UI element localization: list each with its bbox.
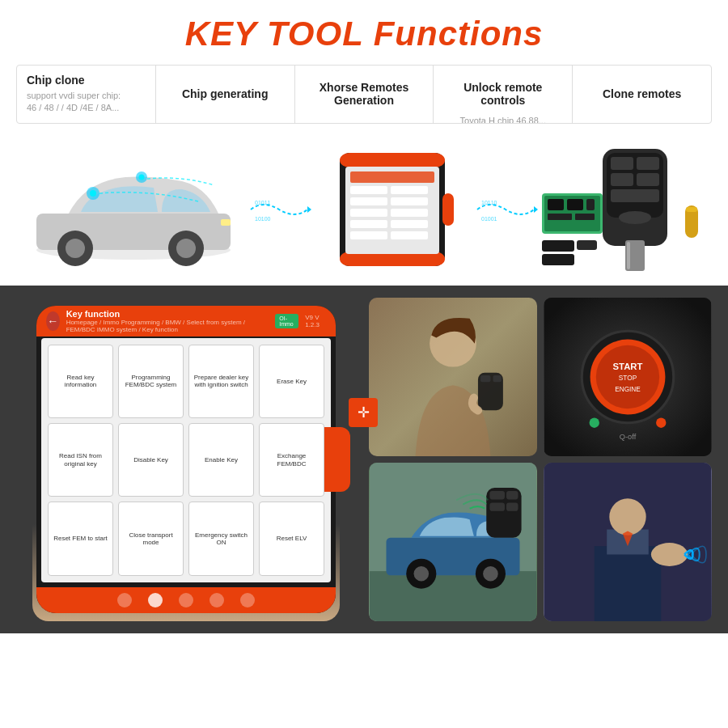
screen-btn-6[interactable]: Enable Key (188, 423, 254, 497)
svg-rect-20 (391, 186, 428, 194)
device-version: V9 V 1.2.3 (305, 314, 326, 328)
svg-point-76 (483, 566, 498, 582)
svg-text:01001: 01001 (481, 216, 497, 222)
device-body: ← Key function Homepage / Immo Programmi… (36, 306, 336, 613)
svg-rect-18 (350, 171, 434, 183)
svg-rect-80 (489, 502, 505, 510)
svg-rect-22 (391, 197, 428, 205)
svg-point-67 (590, 417, 599, 427)
svg-rect-52 (577, 240, 597, 250)
diagram-section: 01011 10100 (0, 132, 728, 286)
device-screen-sub: Homepage / Immo Programming / BMW / Sele… (66, 319, 269, 333)
svg-rect-21 (350, 197, 387, 205)
screen-btn-11[interactable]: Reset ELV (259, 502, 324, 575)
screen-btn-3[interactable]: Erase Key (259, 345, 324, 418)
device-bottom-bar (36, 587, 336, 613)
feature-chip-clone: Chip clone support vvdi super chip:46 / … (17, 66, 156, 123)
svg-rect-47 (586, 199, 595, 210)
feature-xhorse-title: Xhorse Remotes Generation (305, 74, 424, 115)
photo-car-remote (369, 463, 537, 621)
feature-xhorse: Xhorse Remotes Generation (295, 66, 434, 123)
nav-back[interactable] (117, 593, 132, 607)
page-title: KEY TOOL Functions (16, 15, 712, 53)
svg-point-10 (139, 174, 145, 180)
svg-rect-54 (686, 207, 697, 212)
svg-rect-26 (391, 220, 428, 228)
device-screen: Read key information Programming FEM/BDC… (41, 338, 331, 582)
svg-rect-49 (575, 214, 595, 220)
photo-person-key (369, 298, 537, 456)
svg-rect-81 (506, 502, 518, 510)
diagram-device (328, 149, 457, 270)
nav-extra[interactable] (240, 593, 255, 607)
screen-btn-4[interactable]: Read ISN from original key (48, 423, 113, 497)
screen-btn-10[interactable]: Emergency switch ON (188, 502, 254, 575)
diagram-keys (538, 145, 708, 274)
svg-rect-78 (489, 491, 505, 499)
svg-point-68 (656, 417, 666, 427)
svg-rect-19 (350, 186, 387, 194)
svg-point-5 (176, 239, 196, 258)
device-badge: OI-Immo (275, 314, 298, 328)
svg-text:Q-off: Q-off (620, 433, 637, 441)
svg-rect-83 (595, 546, 662, 621)
svg-point-40 (619, 211, 651, 224)
feature-chip-clone-title: Chip clone (27, 74, 146, 87)
screen-btn-8[interactable]: Reset FEM to start (48, 502, 113, 575)
feature-chip-generating-title: Chip generating (166, 74, 285, 115)
feature-unlock-sub: Toyota H chip 46,88... (443, 115, 562, 124)
screen-btn-7[interactable]: Exchange FEM/BDC (259, 423, 324, 497)
features-row: Chip clone support vvdi super chip:46 / … (16, 65, 712, 124)
svg-rect-27 (350, 231, 387, 239)
screen-btn-2[interactable]: Prepare dealer key with ignition switch (188, 345, 254, 418)
screen-btn-5[interactable]: Disable Key (118, 423, 184, 497)
svg-text:ENGINE: ENGINE (615, 385, 641, 392)
screen-btn-9[interactable]: Close transport mode (118, 502, 184, 575)
svg-rect-58 (493, 375, 502, 382)
photo-wireless (544, 463, 712, 621)
svg-text:10100: 10100 (255, 216, 271, 222)
feature-chip-generating: Chip generating (156, 66, 295, 123)
svg-rect-25 (350, 220, 387, 228)
screen-btn-0[interactable]: Read key information (48, 345, 113, 418)
svg-rect-71 (370, 571, 536, 621)
device-dpad[interactable]: ✛ (349, 398, 378, 427)
nav-home[interactable] (148, 593, 163, 607)
screen-btn-1[interactable]: Programming FEM/BDC system (118, 345, 184, 418)
svg-point-86 (651, 543, 688, 566)
svg-point-85 (609, 498, 645, 535)
svg-point-74 (414, 566, 430, 582)
diagram-car (20, 145, 247, 274)
svg-rect-37 (611, 173, 633, 186)
diagram-arrow-2: 10110 01001 (473, 193, 538, 226)
svg-rect-57 (480, 375, 490, 382)
svg-rect-46 (567, 199, 583, 210)
svg-rect-51 (542, 254, 574, 265)
svg-rect-38 (637, 173, 659, 186)
svg-rect-35 (611, 157, 633, 170)
svg-marker-11 (307, 206, 311, 213)
svg-rect-45 (548, 199, 564, 210)
device-mockup: ← Key function Homepage / Immo Programmi… (16, 298, 356, 621)
svg-rect-29 (442, 193, 454, 226)
svg-rect-28 (391, 231, 428, 239)
device-screen-title: Key function (66, 309, 269, 319)
device-handle (324, 427, 350, 492)
feature-unlock-title: Unlock remote controls (443, 74, 562, 115)
svg-text:01011: 01011 (255, 200, 271, 205)
svg-rect-24 (391, 209, 428, 217)
nav-menu[interactable] (210, 593, 224, 607)
svg-rect-42 (627, 242, 630, 269)
svg-point-3 (66, 239, 85, 258)
svg-rect-79 (506, 491, 518, 499)
svg-text:STOP: STOP (619, 375, 637, 382)
svg-rect-36 (637, 157, 659, 170)
device-top-bar: ← Key function Homepage / Immo Programmi… (36, 306, 336, 336)
feature-clone: Clone remotes (573, 66, 711, 123)
feature-chip-clone-sub: support vvdi super chip:46 / 48 / / 4D /… (27, 90, 146, 115)
svg-rect-6 (221, 219, 231, 226)
svg-rect-48 (548, 214, 572, 220)
back-button[interactable]: ← (46, 311, 60, 331)
diagram-arrow-1: 01011 10100 (247, 193, 311, 226)
nav-recent[interactable] (179, 593, 193, 607)
